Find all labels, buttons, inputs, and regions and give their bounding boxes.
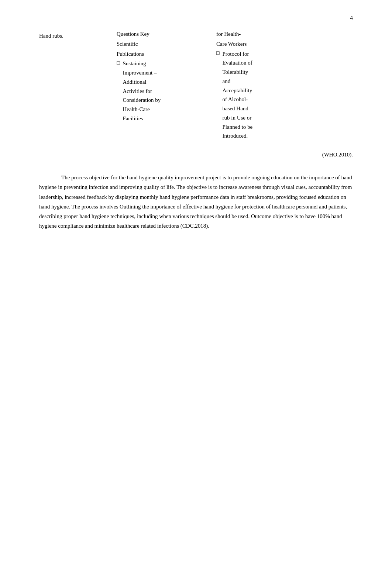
middle-bullet-text: Sustaining Improvement – Additional Acti…: [123, 59, 161, 123]
middle-bullet-line-7: Facilities: [123, 114, 161, 123]
left-col-text: Hand rubs.: [39, 31, 113, 40]
right-line-2: Care Workers: [216, 39, 353, 49]
page: 4 Hand rubs. Questions Key Scientific Pu…: [0, 0, 392, 576]
columns-section: Hand rubs. Questions Key Scientific Publ…: [39, 30, 353, 141]
right-bullet-line-5: Acceptability: [222, 86, 252, 95]
middle-bullet-line-3: Additional: [123, 77, 161, 87]
middle-bullet-item: □ Sustaining Improvement – Additional Ac…: [117, 59, 213, 123]
right-bullet-text: Protocol for Evaluation of Tolerability …: [222, 49, 252, 141]
right-bullet-symbol: □: [216, 49, 219, 56]
middle-bullet-line-2: Improvement –: [123, 68, 161, 77]
right-line-1: for Health-: [216, 30, 353, 39]
right-bullet-line-6: of Alcohol-: [222, 95, 252, 104]
right-bullet-line-1: Protocol for: [222, 49, 252, 59]
right-bullet-line-8: rub in Use or: [222, 113, 252, 123]
middle-bullet-line-1: Sustaining: [123, 59, 161, 68]
right-bullet-line-10: Introduced.: [222, 131, 252, 141]
middle-line-1: Questions Key: [117, 30, 213, 39]
middle-bullet-symbol: □: [117, 59, 120, 67]
middle-bullet-line-4: Activities for: [123, 87, 161, 96]
right-bullet-line-9: Planned to be: [222, 123, 252, 132]
middle-line-3: Publications: [117, 49, 213, 59]
content-area: Hand rubs. Questions Key Scientific Publ…: [39, 30, 353, 231]
left-column: Hand rubs.: [39, 30, 113, 40]
right-bullet-item: □ Protocol for Evaluation of Tolerabilit…: [216, 49, 353, 141]
middle-bullet-line-5: Consideration by: [123, 96, 161, 105]
middle-bullet-line-6: Health-Care: [123, 105, 161, 114]
middle-column: Questions Key Scientific Publications □ …: [113, 30, 213, 124]
right-bullet-line-2: Evaluation of: [222, 58, 252, 68]
right-bullet-line-7: based Hand: [222, 104, 252, 113]
middle-line-2: Scientific: [117, 39, 213, 49]
citation: (WHO,2010).: [39, 152, 353, 158]
right-column: for Health- Care Workers □ Protocol for …: [213, 30, 353, 141]
right-bullet-line-3: Tolerability: [222, 68, 252, 77]
main-paragraph: The process objective for the hand hygie…: [39, 173, 353, 231]
page-number: 4: [350, 15, 353, 21]
right-bullet-line-4: and: [222, 77, 252, 86]
